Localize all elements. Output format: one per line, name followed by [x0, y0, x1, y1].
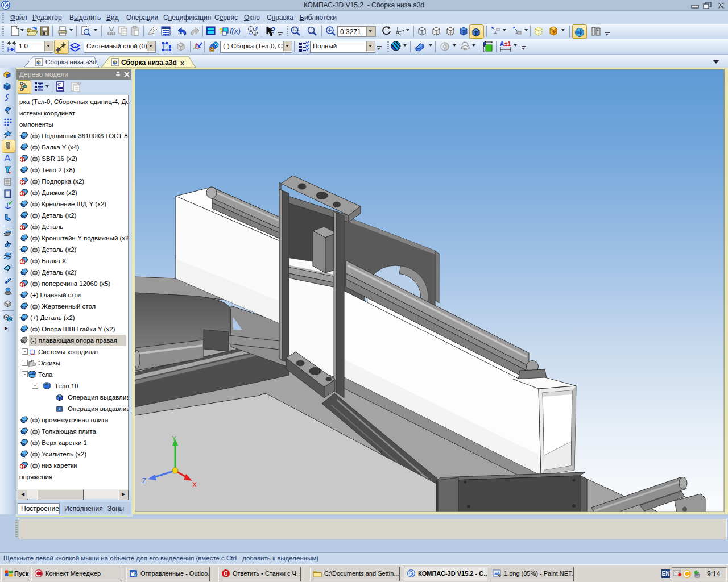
svg-text:f(x): f(x)	[230, 27, 241, 35]
svg-text:1: 1	[250, 27, 253, 32]
svg-text:Z: Z	[142, 477, 146, 485]
svg-text:Сборка низа.a3d: Сборка низа.a3d	[46, 59, 96, 65]
svg-text:?: ?	[271, 26, 276, 35]
svg-text:X: X	[192, 481, 197, 489]
svg-text:A: A	[500, 41, 504, 47]
svg-text:Сборка низа.a3d: Сборка низа.a3d	[121, 59, 177, 66]
svg-text:Y: Y	[172, 435, 176, 443]
svg-text:±1: ±1	[504, 41, 511, 47]
svg-text:2: 2	[254, 31, 257, 36]
svg-text:x: x	[180, 59, 185, 67]
